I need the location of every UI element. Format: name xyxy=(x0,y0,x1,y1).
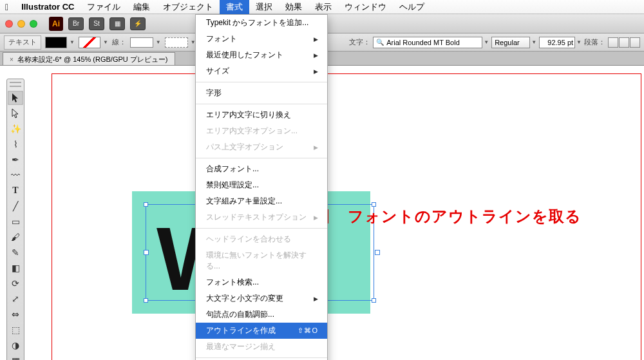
type-tool[interactable]: T xyxy=(8,184,23,198)
menu-item[interactable]: 大文字と小文字の変更▶ xyxy=(196,290,327,307)
document-tab-title: 名称未設定-6* @ 145% (RGB/GPU プレビュー) xyxy=(17,55,168,64)
font-size-input[interactable]: 92.95 pt xyxy=(539,37,575,48)
menubar-item-effect[interactable]: 効果 xyxy=(279,0,308,14)
menu-separator xyxy=(196,357,327,358)
gpu-preview-button[interactable]: ⚡ xyxy=(130,17,146,30)
line-segment-tool[interactable]: ╱ xyxy=(8,199,23,213)
stroke-swatch[interactable] xyxy=(79,37,100,48)
menubar-item-window[interactable]: ウィンドウ xyxy=(338,0,393,14)
selection-tool[interactable] xyxy=(8,91,23,105)
rectangle-tool[interactable]: ▭ xyxy=(8,214,23,229)
eraser-tool[interactable]: ◧ xyxy=(8,261,23,275)
close-window-button[interactable] xyxy=(5,20,13,28)
menu-item-label: サイズ xyxy=(206,66,229,77)
menu-item-label: 最適なマージン揃え xyxy=(206,341,276,352)
menu-item: スレッドテキストオプション▶ xyxy=(196,209,327,225)
variable-width-profile[interactable] xyxy=(165,37,188,48)
resize-handle-sw[interactable] xyxy=(144,298,148,303)
magic-wand-tool[interactable]: ✨ xyxy=(8,122,23,136)
submenu-arrow-icon: ▶ xyxy=(314,36,318,43)
menu-item[interactable]: フォント▶ xyxy=(196,31,327,47)
menu-item[interactable]: 合成フォント... xyxy=(196,161,327,177)
menu-item-label: アウトラインを作成 xyxy=(206,325,276,336)
menubar-item-help[interactable]: ヘルプ xyxy=(393,0,431,14)
menu-item-label: スレッドテキストオプション xyxy=(206,212,307,223)
arrange-documents-button[interactable]: ▦ xyxy=(109,17,125,30)
search-icon: 🔍 xyxy=(376,39,384,46)
align-center-button[interactable] xyxy=(619,37,629,48)
menubar-item-edit[interactable]: 編集 xyxy=(127,0,156,14)
menu-item[interactable]: 禁則処理設定... xyxy=(196,177,327,193)
annotation-text: フォントのアウトラインを取る xyxy=(348,206,582,227)
menu-item-label: フォント xyxy=(206,33,237,44)
menu-item-label: 最近使用したフォント xyxy=(206,50,283,61)
menubar-item-object[interactable]: オブジェクト xyxy=(156,0,220,14)
font-style-select[interactable]: Regular xyxy=(491,37,530,48)
fill-swatch[interactable] xyxy=(45,37,67,48)
submenu-arrow-icon: ▶ xyxy=(314,68,318,75)
window-controls xyxy=(5,20,37,28)
font-dropdown-icon[interactable]: ▼ xyxy=(484,39,489,45)
width-tool[interactable]: ⇔ xyxy=(8,307,23,321)
bridge-button[interactable]: Br xyxy=(68,17,84,30)
menu-item[interactable]: 最近使用したフォント▶ xyxy=(196,47,327,63)
resize-handle-nw[interactable] xyxy=(144,202,148,207)
menu-item[interactable]: フォント検索... xyxy=(196,274,327,290)
menubar-item-file[interactable]: ファイル xyxy=(80,0,127,14)
close-tab-icon[interactable]: × xyxy=(10,56,14,63)
menu-item-label: ヘッドラインを合わせる xyxy=(206,234,291,245)
menu-item-label: 句読点の自動調節... xyxy=(206,309,274,320)
minimize-window-button[interactable] xyxy=(17,20,25,28)
rotate-tool[interactable]: ⟳ xyxy=(8,276,23,290)
resize-handle-se[interactable] xyxy=(372,298,376,303)
panel-grip-icon[interactable] xyxy=(10,82,21,87)
menu-item[interactable]: 字形 xyxy=(196,85,327,101)
menu-item: ヘッドラインを合わせる xyxy=(196,231,327,247)
align-right-button[interactable] xyxy=(630,37,640,48)
direct-selection-tool[interactable] xyxy=(8,106,23,120)
shaper-tool[interactable]: ✎ xyxy=(8,245,23,260)
menu-item-label: 禁則処理設定... xyxy=(206,180,259,191)
menu-item-shortcut: ⇧⌘O xyxy=(298,327,318,335)
character-label[interactable]: 文字： xyxy=(349,37,370,47)
menu-item[interactable]: エリア内文字に切り換え xyxy=(196,107,327,123)
free-transform-tool[interactable]: ⬚ xyxy=(8,323,23,337)
submenu-arrow-icon: ▶ xyxy=(314,144,318,151)
system-menubar:  Illustrator CC ファイル 編集 オブジェクト 書式 選択 効果… xyxy=(0,0,644,14)
paintbrush-tool[interactable]: 🖌 xyxy=(8,230,23,244)
menubar-app-name[interactable]: Illustrator CC xyxy=(15,1,80,13)
menu-item[interactable]: サイズ▶ xyxy=(196,63,327,79)
menubar-item-type[interactable]: 書式 xyxy=(220,0,249,14)
menubar-item-select[interactable]: 選択 xyxy=(249,0,279,14)
curvature-tool[interactable]: 〰 xyxy=(8,168,23,182)
fill-dropdown-icon[interactable]: ▼ xyxy=(70,39,75,45)
font-family-input[interactable]: 🔍 Arial Rounded MT Bold xyxy=(373,37,482,48)
menu-item-label: 大文字と小文字の変更 xyxy=(206,293,283,304)
perspective-grid-tool[interactable]: ▦ xyxy=(8,354,23,360)
stroke-weight-dropdown-icon[interactable]: ▼ xyxy=(156,39,161,45)
stroke-dropdown-icon[interactable]: ▼ xyxy=(103,39,108,45)
menu-item: エリア内文字オプション... xyxy=(196,123,327,139)
maximize-window-button[interactable] xyxy=(30,20,37,28)
menu-item-label: エリア内文字に切り換え xyxy=(206,109,291,120)
stroke-weight-input[interactable] xyxy=(130,37,153,48)
align-left-button[interactable] xyxy=(608,37,618,48)
menu-item[interactable]: Typekit からフォントを追加... xyxy=(196,15,327,31)
menu-separator xyxy=(196,82,327,82)
pen-tool[interactable]: ✒ xyxy=(8,153,23,167)
size-dropdown-icon[interactable]: ▼ xyxy=(576,39,582,45)
menu-item-label: Typekit からフォントを追加... xyxy=(206,17,308,28)
menu-item[interactable]: 句読点の自動調節... xyxy=(196,307,327,323)
menu-item[interactable]: アウトラインを作成⇧⌘O xyxy=(196,323,327,339)
apple-logo-icon:  xyxy=(5,2,8,12)
paragraph-label[interactable]: 段落： xyxy=(584,37,605,47)
shape-builder-tool[interactable]: ◑ xyxy=(8,338,23,352)
menubar-item-view[interactable]: 表示 xyxy=(308,0,338,14)
illustrator-app-icon: Ai xyxy=(49,17,63,31)
style-dropdown-icon[interactable]: ▼ xyxy=(531,39,536,45)
scale-tool[interactable]: ⤢ xyxy=(8,292,23,306)
stock-button[interactable]: St xyxy=(89,17,104,30)
document-tab[interactable]: × 名称未設定-6* @ 145% (RGB/GPU プレビュー) xyxy=(3,52,175,65)
lasso-tool[interactable]: ⌇ xyxy=(8,137,23,151)
menu-item[interactable]: 文字組みアキ量設定... xyxy=(196,193,327,209)
